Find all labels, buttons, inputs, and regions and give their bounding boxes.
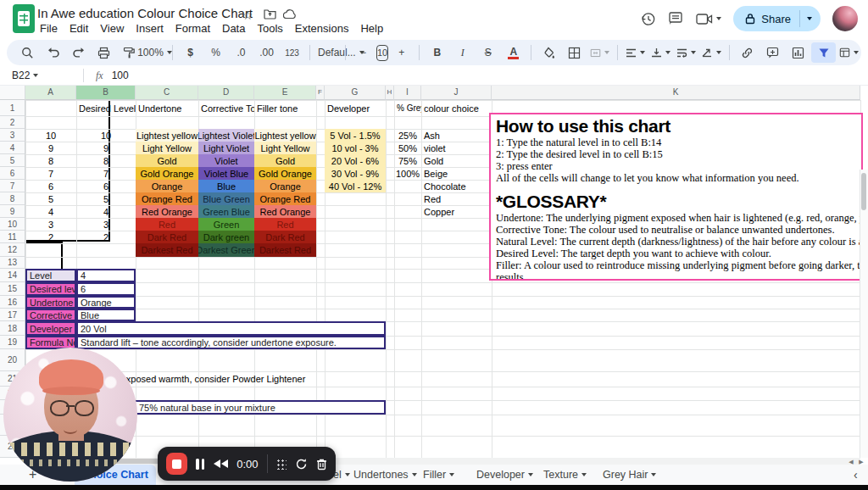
horizontal-align-button[interactable]	[623, 42, 648, 63]
table-views-button[interactable]	[837, 42, 861, 63]
form-value-14[interactable]: 4	[76, 269, 136, 282]
row-header-12[interactable]: 12	[0, 243, 25, 257]
vertical-scrollbar[interactable]: ▲ ▼	[860, 170, 868, 458]
strikethrough-button[interactable]: S	[476, 42, 500, 63]
column-header-C[interactable]: C	[136, 85, 198, 100]
cloud-status-icon[interactable]	[283, 8, 298, 19]
form-label-desired-level[interactable]: Desired level	[25, 282, 76, 296]
undo-button[interactable]	[41, 42, 65, 63]
cell-J9[interactable]: Copper	[421, 205, 492, 218]
form-label-corrective-to[interactable]: Corrective to	[25, 309, 76, 321]
form-label-developer[interactable]: Developer	[25, 321, 76, 336]
cell-B7[interactable]: 6	[76, 180, 136, 192]
sheet-tab-texture[interactable]: Texture	[536, 465, 594, 485]
grid-corner[interactable]	[0, 85, 25, 100]
cell-D7[interactable]: Blue	[198, 180, 254, 192]
row-header-4[interactable]: 4	[0, 142, 25, 154]
cell-A8[interactable]: 5	[25, 192, 76, 205]
increase-font-size-button[interactable]: +	[389, 42, 414, 63]
cell-D12[interactable]: Darkest Green	[198, 243, 254, 257]
row-header-2[interactable]: 2	[0, 116, 25, 129]
cell-C8[interactable]: Orange Red	[136, 192, 198, 205]
cell-D11[interactable]: Dark green	[198, 231, 254, 243]
cell-J1[interactable]: colour choice	[421, 100, 492, 116]
cell-I1[interactable]: % Grey	[394, 100, 421, 116]
menu-item-insert[interactable]: Insert	[130, 21, 170, 36]
redo-button[interactable]	[66, 42, 91, 63]
cell-J5[interactable]: Gold	[421, 154, 492, 167]
cell-C5[interactable]: Gold	[136, 154, 198, 167]
row-header-18[interactable]: 18	[0, 321, 25, 336]
format-percent-button[interactable]: %	[203, 42, 228, 63]
cell-E9[interactable]: Red Orange	[254, 205, 316, 218]
cell-D9[interactable]: Green Blue	[198, 205, 254, 218]
share-button[interactable]: Share	[733, 6, 821, 31]
webcam-overlay[interactable]	[3, 348, 137, 482]
column-header-D[interactable]: D	[198, 85, 254, 100]
cell-G6[interactable]: 30 Vol - 9%	[325, 167, 386, 180]
cell-I6[interactable]: 100%	[394, 167, 421, 180]
italic-button[interactable]: I	[450, 42, 475, 63]
cell-C11[interactable]: Dark Red	[136, 231, 198, 243]
menu-item-edit[interactable]: Edit	[64, 21, 94, 36]
menu-item-format[interactable]: Format	[170, 21, 216, 36]
menu-item-help[interactable]: Help	[354, 21, 389, 36]
cell-J4[interactable]: violet	[421, 142, 492, 154]
sheet-tab-developer[interactable]: Developer	[469, 465, 541, 485]
cell-E5[interactable]: Gold	[254, 154, 316, 167]
borders-button[interactable]	[562, 42, 587, 63]
sheet-tab-filler[interactable]: Filler	[415, 465, 462, 485]
bold-button[interactable]: B	[425, 42, 449, 63]
cell-A3[interactable]: 10	[25, 129, 76, 142]
row-header-1[interactable]: 1	[0, 100, 25, 116]
row-header-11[interactable]: 11	[0, 231, 25, 243]
move-folder-icon[interactable]	[264, 8, 276, 19]
cell-B9[interactable]: 4	[76, 205, 136, 218]
text-rotation-button[interactable]	[699, 42, 724, 63]
pause-button[interactable]	[196, 459, 204, 470]
star-icon[interactable]: ☆	[242, 8, 253, 22]
column-header-K[interactable]: K	[492, 85, 860, 100]
cell-C9[interactable]: Red Orange	[136, 205, 198, 218]
cell-J7[interactable]: Chocolate	[421, 180, 492, 192]
cell-J3[interactable]: Ash	[421, 129, 492, 142]
form-value-17[interactable]: Blue	[76, 309, 136, 321]
form-value-16[interactable]: Orange	[76, 296, 136, 309]
cell-A7[interactable]: 6	[25, 180, 76, 192]
tab-caret-icon[interactable]	[651, 473, 656, 476]
delete-recording-button[interactable]	[316, 458, 327, 471]
scroll-right-icon[interactable]: ▶	[857, 459, 865, 465]
cell-E1[interactable]: Filler tone	[254, 100, 316, 116]
rewind-button[interactable]	[213, 459, 228, 468]
row-header-3[interactable]: 3	[0, 129, 25, 142]
column-header-B[interactable]: B	[76, 85, 136, 100]
row-header-17[interactable]: 17	[0, 309, 25, 321]
row-header-13[interactable]: 13	[0, 257, 25, 269]
horizontal-scrollbar[interactable]	[25, 458, 860, 465]
row-header-10[interactable]: 10	[0, 218, 25, 231]
cell-I4[interactable]: 50%	[394, 142, 421, 154]
sheet-tab-grey-hair[interactable]: Grey Hair	[595, 465, 664, 485]
cell-D1[interactable]: Corrective Tone	[198, 100, 254, 116]
menu-item-file[interactable]: File	[34, 21, 64, 36]
cell-C6[interactable]: Gold Orange	[136, 167, 198, 180]
video-call-button[interactable]	[696, 13, 721, 25]
cell-B3[interactable]: 10	[76, 129, 136, 142]
cell-B8[interactable]: 5	[76, 192, 136, 205]
insert-link-button[interactable]	[735, 42, 760, 63]
cell-E4[interactable]: Light Yellow	[254, 142, 316, 154]
cell-A10[interactable]: 3	[25, 218, 76, 231]
search-icon[interactable]	[15, 42, 40, 63]
form-value-19[interactable]: Standard lift – tone accordingly, consid…	[76, 336, 386, 349]
cell-J6[interactable]: Beige	[421, 167, 492, 180]
formula-input[interactable]: 100	[112, 70, 129, 81]
column-header-G[interactable]: G	[325, 85, 386, 100]
cell-D4[interactable]: Light Violet	[198, 142, 254, 154]
form-label-level[interactable]: Level	[25, 269, 76, 282]
form-value-18[interactable]: 20 Vol	[76, 321, 386, 336]
cell-D5[interactable]: Violet	[198, 154, 254, 167]
stop-recording-button[interactable]	[166, 453, 187, 475]
restart-recording-button[interactable]	[295, 458, 308, 471]
comments-icon[interactable]	[668, 11, 684, 26]
menu-item-view[interactable]: View	[94, 21, 130, 36]
